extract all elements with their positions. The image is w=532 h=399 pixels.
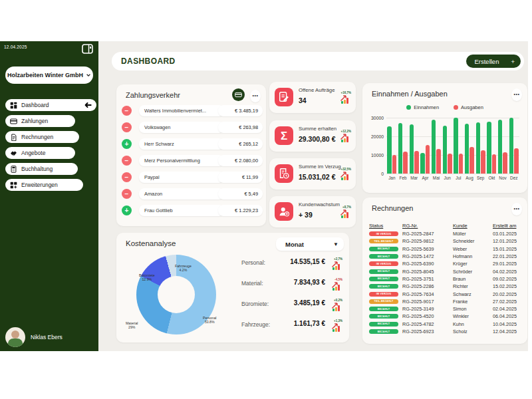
sidebar-item-dashboard[interactable]: Dashboard bbox=[5, 99, 96, 111]
main-content: DASHBOARD Erstellen + Zahlungsverkehr ••… bbox=[98, 41, 528, 351]
invoice-date: 02.04.2025 bbox=[493, 306, 522, 312]
legend-dot-ausgaben bbox=[454, 105, 458, 110]
invoice-customer: Krüger bbox=[453, 261, 493, 267]
payment-row[interactable]: − Amazon € 5,49 bbox=[122, 188, 263, 204]
cost-breakdown-list: Personal: 14.535,15 € +2,7% Material: 7.… bbox=[241, 255, 342, 338]
payments-menu-icon[interactable]: ••• bbox=[250, 90, 261, 102]
sidebar-item-buchhaltung[interactable]: Buchhaltung bbox=[5, 163, 78, 175]
cost-label: Material: bbox=[241, 280, 263, 287]
minus-badge-icon: − bbox=[122, 106, 132, 116]
kpi-card-kundenwachstum[interactable]: Kundenwachstum + 39 +8,7% bbox=[269, 196, 356, 227]
payment-name: Paypal bbox=[139, 172, 224, 183]
column-header[interactable]: RG-Nr. bbox=[402, 223, 453, 229]
legend-dot-einnahmen bbox=[406, 105, 411, 110]
status-badge: BEZAHLT bbox=[369, 322, 398, 327]
trend-icon: +16,7% bbox=[339, 92, 351, 104]
invoice-date: 04.02.2025 bbox=[493, 269, 522, 275]
user-plus-icon bbox=[275, 202, 293, 221]
kpi-card-offene-auftr-ge[interactable]: Offene Aufträge 34 +16,7% bbox=[269, 82, 356, 113]
table-row[interactable]: BEZAHLT RG-2025-3149 Simon 02.04.2025 bbox=[369, 305, 522, 313]
invoice-number: RG-2025-9017 bbox=[402, 299, 453, 305]
invoice-number: RG-2025-6923 bbox=[402, 329, 453, 334]
sidebar-item-angebote[interactable]: Angebote bbox=[5, 147, 75, 159]
calculator-icon bbox=[10, 166, 17, 173]
handshake-icon bbox=[10, 150, 17, 157]
cost-row-material: Material: 7.834,93 € -4,5% bbox=[241, 276, 342, 297]
invoice-customer: Schneider bbox=[453, 238, 493, 244]
table-row[interactable]: IM VERZUG RG-2025-6390 Krüger 29.01.2025 bbox=[369, 260, 522, 267]
payment-row[interactable]: − Merz Personalvermittlung € 2.080,00 bbox=[122, 154, 263, 171]
payment-amount: € 5,49 bbox=[218, 188, 263, 200]
table-row[interactable]: IM VERZUG RG-2025-7634 Schwarz 20.02.202… bbox=[369, 290, 522, 297]
invoice-customer: Winkler bbox=[453, 313, 493, 319]
cost-label: Personal: bbox=[241, 259, 265, 266]
table-row[interactable]: BEZAHLT RG-2025-6923 Scholz 12.04.2025 bbox=[369, 328, 522, 335]
table-row[interactable]: BEZAHLT RG-2025-4782 Kuhn 10.04.2025 bbox=[369, 321, 522, 328]
invoice-date: 09.02.2025 bbox=[493, 276, 522, 282]
create-button[interactable]: Erstellen + bbox=[466, 55, 521, 68]
status-badge: TEIL-BEZAHLT bbox=[369, 239, 398, 243]
x-tick-label: Aug bbox=[464, 176, 475, 180]
document-pen-icon bbox=[275, 88, 293, 106]
invoice-date: 06.04.2025 bbox=[493, 313, 522, 319]
cost-value: 3.485,19 € bbox=[294, 299, 325, 307]
payment-amount: € 1.229,23 bbox=[218, 205, 263, 216]
payment-amount: € 265,12 bbox=[218, 138, 263, 150]
invoice-date: 22.01.2025 bbox=[493, 253, 522, 259]
invoices-title: Rechnungen bbox=[372, 204, 413, 212]
payment-row[interactable]: − Paypal € 11,99 bbox=[122, 171, 263, 188]
status-badge: BEZAHLT bbox=[369, 284, 398, 289]
table-row[interactable]: BEZAHLT RG-2025-5639 Weber 15.01.2025 bbox=[369, 245, 522, 253]
x-tick-label: Okt bbox=[486, 176, 497, 180]
period-dropdown[interactable]: Monat ▼ bbox=[276, 237, 344, 251]
table-row[interactable]: BEZAHLT RG-2025-8045 Schröder 04.02.2025 bbox=[369, 267, 522, 275]
app-window: 12.04.2025 Holzarbeiten Winter GmbH Dash… bbox=[0, 41, 528, 351]
table-row[interactable]: BEZAHLT RG-2025-2286 Richter 15.02.2025 bbox=[369, 283, 522, 290]
table-row[interactable]: IM VERZUG RG-2025-2847 Müller 03.01.2025 bbox=[369, 230, 522, 237]
trend-icon: +8,7% bbox=[339, 206, 351, 218]
x-tick-label: Mai bbox=[431, 176, 442, 180]
x-tick-label: Dez bbox=[508, 176, 519, 180]
sidebar-item-zahlungen[interactable]: Zahlungen bbox=[5, 115, 75, 127]
credit-card-icon[interactable] bbox=[232, 88, 245, 101]
sidebar-item-erweiterungen[interactable]: Erweiterungen bbox=[5, 179, 83, 191]
kpi-card-summe-erhalten[interactable]: Σ Summe erhalten 29.300,80 € +12,2% bbox=[269, 120, 356, 152]
column-header[interactable]: Erstellt am bbox=[493, 223, 522, 229]
status-badge: BEZAHLT bbox=[369, 277, 398, 281]
revenue-menu-icon[interactable]: ••• bbox=[511, 88, 522, 101]
sidebar-nav: Dashboard Zahlungen Rechnungen Angebote … bbox=[0, 99, 98, 195]
status-badge: BEZAHLT bbox=[369, 307, 398, 311]
payment-row[interactable]: + Herr Schwarz € 265,12 bbox=[122, 138, 263, 154]
payment-name: Volkswagen bbox=[139, 122, 224, 133]
trend-icon: +32,5% bbox=[339, 168, 351, 180]
invoice-number: RG-2025-8045 bbox=[402, 269, 453, 275]
bar-ausgaben-dez bbox=[514, 148, 519, 174]
invoices-card: Rechnungen ••• StatusRG-Nr.KundeErstellt… bbox=[362, 198, 527, 344]
cost-value: 14.535,15 € bbox=[290, 258, 325, 265]
invoices-menu-icon[interactable]: ••• bbox=[511, 203, 522, 215]
payment-row[interactable]: + Frau Gottlieb € 1.229,23 bbox=[122, 204, 263, 221]
invoice-date: 12.04.2025 bbox=[493, 329, 522, 334]
status-badge: IM VERZUG bbox=[369, 261, 398, 266]
company-selector[interactable]: Holzarbeiten Winter GmbH bbox=[5, 66, 93, 84]
y-tick-label: 10000 bbox=[364, 153, 384, 158]
payment-row[interactable]: − Volkswagen € 263,98 bbox=[122, 121, 263, 138]
sidebar-item-rechnungen[interactable]: Rechnungen bbox=[5, 131, 79, 143]
table-row[interactable]: TEIL-BEZAHLT RG-2025-9812 Schneider 12.0… bbox=[369, 237, 522, 245]
column-header[interactable]: Kunde bbox=[453, 223, 493, 229]
sidebar: 12.04.2025 Holzarbeiten Winter GmbH Dash… bbox=[0, 41, 98, 351]
invoices-table: StatusRG-Nr.KundeErstellt am IM VERZUG R… bbox=[369, 221, 522, 335]
table-row[interactable]: BEZAHLT RG-2025-4520 Winkler 06.04.2025 bbox=[369, 313, 522, 320]
sidebar-toggle-icon[interactable] bbox=[82, 44, 93, 54]
bar-einnahmen-okt bbox=[487, 122, 491, 174]
revenue-chart-card: Einnahmen / Ausgaben ••• Einnahmen Ausga… bbox=[362, 83, 527, 193]
column-header[interactable]: Status bbox=[369, 223, 402, 229]
kpi-card-summe-im-verzug[interactable]: Summe im Verzug 15.031,02 € +32,5% bbox=[269, 158, 356, 190]
bar-einnahmen-aug bbox=[465, 124, 469, 174]
payment-row[interactable]: − Walters Immobilienvermiet... € 3.485,1… bbox=[122, 104, 263, 121]
table-row[interactable]: BEZAHLT RG-2025-1472 Hofmann 22.01.2025 bbox=[369, 253, 522, 260]
user-profile[interactable]: Niklas Ebers bbox=[5, 327, 63, 347]
table-row[interactable]: BEZAHLT RG-2025-3751 Braun 09.02.2025 bbox=[369, 275, 522, 283]
table-row[interactable]: TEIL-BEZAHLT RG-2025-9017 Franke 27.02.2… bbox=[369, 298, 522, 305]
bar-ausgaben-feb bbox=[403, 152, 408, 174]
